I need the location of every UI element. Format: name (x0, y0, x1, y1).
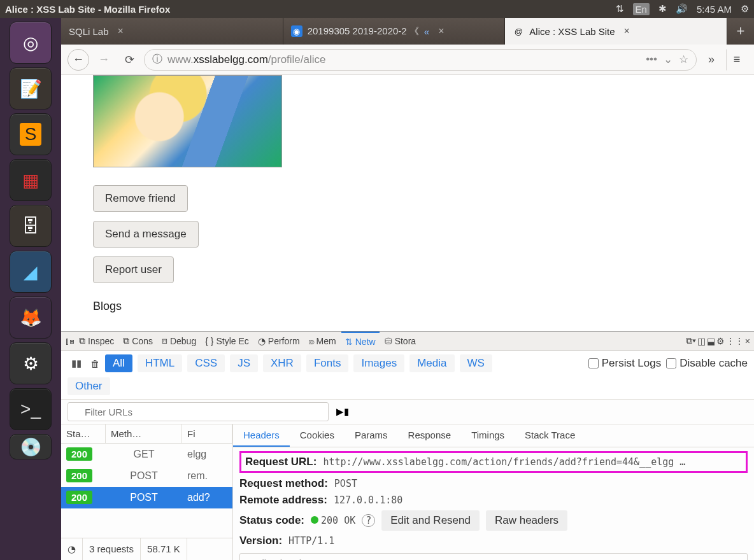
table-row[interactable]: 200 GET elgg (61, 444, 232, 465)
menu-icon[interactable]: ≡ (726, 49, 748, 71)
nav-bar: ← → ⟳ ⓘ www.xsslabelgg.com/profile/alice… (61, 45, 754, 75)
dock-bottom-icon[interactable]: ⬓ (707, 336, 715, 346)
table-row[interactable]: 200 POST rem. (61, 465, 232, 487)
disable-cache-checkbox[interactable]: Disable cache (666, 357, 748, 370)
close-icon[interactable]: × (118, 25, 124, 37)
reload-button[interactable]: ⟳ (118, 49, 140, 71)
transfer-size: 58.71 K (141, 538, 187, 560)
devtools-tab-performance[interactable]: ◔Perform (254, 336, 304, 346)
filter-xhr[interactable]: XHR (263, 354, 301, 372)
detail-tab-response[interactable]: Response (398, 424, 462, 447)
detail-tab-cookies[interactable]: Cookies (290, 424, 345, 447)
devtools-tab-style[interactable]: { }Style Ec (201, 336, 253, 346)
launcher-firefox[interactable]: 🦊 (10, 297, 52, 339)
site-info-icon[interactable]: ⓘ (152, 53, 162, 66)
close-icon[interactable]: × (438, 25, 444, 37)
send-message-button[interactable]: Send a message (93, 221, 199, 248)
tab-label: SQLi Lab (69, 26, 109, 37)
detail-tab-params[interactable]: Params (345, 424, 398, 447)
filter-urls-input[interactable] (68, 402, 329, 421)
dock-side-icon[interactable]: ◫ (697, 336, 706, 346)
clock: 5:45 AM (697, 4, 732, 15)
devtools-tab-debugger[interactable]: ⧈Debug (158, 335, 200, 346)
filter-ws[interactable]: WS (460, 354, 492, 372)
clear-button[interactable]: 🗑 (90, 358, 100, 369)
devtools-tab-console[interactable]: ⧉Cons (119, 335, 157, 346)
more-tools-icon[interactable]: ⋮⋮ (726, 336, 744, 346)
report-user-button[interactable]: Report user (93, 256, 174, 283)
gear-icon[interactable]: ⚙ (741, 3, 749, 15)
more-icon[interactable]: ••• (646, 53, 657, 66)
launcher: ◎ 📝 S ▦ 🗄 ◢ 🦊 ⚙ >_ 💿 (0, 18, 61, 560)
new-tab-button[interactable]: + (727, 18, 754, 45)
volume-icon[interactable]: 🔊 (676, 3, 688, 15)
tab-alice[interactable]: @ Alice : XSS Lab Site × (505, 18, 727, 45)
back-button[interactable]: ← (68, 49, 89, 71)
devtools: ⫿▣ ⧉Inspec ⧉Cons ⧈Debug { }Style Ec ◔Per… (61, 331, 754, 560)
launcher-dash[interactable]: ◎ (10, 22, 52, 64)
launcher-wireshark[interactable]: ◢ (10, 251, 52, 293)
filter-html[interactable]: HTML (138, 354, 182, 372)
profile-avatar[interactable] (93, 75, 282, 167)
pause-button[interactable]: ▮▮ (68, 358, 85, 369)
launcher-settings[interactable]: ⚙ (10, 342, 52, 384)
remove-friend-button[interactable]: Remove friend (93, 185, 188, 212)
filter-headers-input[interactable]: ⌕ Filter headers (239, 553, 748, 560)
filter-fonts[interactable]: Fonts (306, 354, 349, 372)
request-url-highlight: Request URL: http://www.xsslabelgg.com/a… (239, 451, 748, 473)
edit-resend-button[interactable]: Edit and Resend (381, 510, 480, 531)
overflow-icon[interactable]: » (701, 49, 722, 71)
filter-images[interactable]: Images (353, 354, 404, 372)
detail-tab-timings[interactable]: Timings (461, 424, 515, 447)
launcher-terminal[interactable]: >_ (10, 388, 52, 430)
tab-sqli[interactable]: SQLi Lab × (61, 18, 283, 45)
filter-other[interactable]: Other (68, 377, 110, 395)
net-icon: ⇅ (616, 3, 624, 15)
filter-all[interactable]: All (105, 354, 132, 372)
request-count: 3 requests (83, 538, 141, 560)
launcher-sublime[interactable]: S (10, 113, 52, 155)
lang-indicator[interactable]: En (633, 3, 650, 15)
blogs-heading: Blogs (93, 300, 297, 313)
favicon-icon: ◉ (291, 25, 302, 37)
launcher-files[interactable]: 🗄 (10, 205, 52, 247)
perf-icon[interactable]: ◔ (61, 538, 83, 560)
tab-label: Alice : XSS Lab Site (529, 26, 615, 37)
filter-media[interactable]: Media (409, 354, 454, 372)
launcher-terminator[interactable]: ▦ (10, 159, 52, 201)
devtools-tab-storage[interactable]: ⛁Stora (381, 336, 420, 346)
raw-headers-button[interactable]: Raw headers (486, 510, 567, 531)
address-bar[interactable]: ⓘ www.xsslabelgg.com/profile/alice ••• ⌄… (144, 49, 697, 71)
devtools-tab-network[interactable]: ⇅Netw (341, 332, 380, 351)
table-row[interactable]: 200 POST add? (61, 487, 232, 508)
window-title: Alice : XSS Lab Site - Mozilla Firefox (5, 4, 616, 15)
close-icon[interactable]: × (624, 25, 630, 37)
request-url-value: http://www.xsslabelgg.com/action/friends… (323, 456, 685, 468)
detail-tab-headers[interactable]: Headers (233, 424, 290, 447)
help-icon[interactable]: ? (362, 514, 375, 527)
persist-logs-checkbox[interactable]: Persist Logs (588, 357, 662, 370)
close-devtools-icon[interactable]: × (745, 336, 750, 346)
responsive-icon[interactable]: ⧉▾ (686, 335, 696, 346)
inspect-picker-icon[interactable]: ⫿▣ (65, 336, 74, 346)
bookmark-icon[interactable]: ☆ (679, 53, 688, 66)
pocket-icon[interactable]: ⌄ (664, 53, 672, 66)
favicon-icon: @ (513, 25, 524, 37)
har-icon[interactable]: ▶▮ (336, 406, 349, 417)
devtools-tab-memory[interactable]: ⎄Mem (305, 336, 340, 346)
detail-tab-stack[interactable]: Stack Trace (515, 424, 585, 447)
nav-indicator-icon: « (424, 26, 429, 37)
request-table-header: Sta… Meth… Fi (61, 424, 232, 444)
tab-label: 20199305 2019-2020-2 《 (308, 25, 419, 38)
forward-button[interactable]: → (93, 49, 115, 71)
launcher-disc[interactable]: 💿 (10, 434, 52, 459)
filter-css[interactable]: CSS (187, 354, 225, 372)
bluetooth-icon: ✱ (658, 3, 667, 15)
devtools-tab-inspector[interactable]: ⧉Inspec (75, 335, 118, 346)
tab-bar: SQLi Lab × ◉ 20199305 2019-2020-2 《 « × … (61, 18, 754, 45)
settings-icon[interactable]: ⚙ (716, 336, 725, 346)
launcher-editor[interactable]: 📝 (10, 67, 52, 109)
tab-doc[interactable]: ◉ 20199305 2019-2020-2 《 « × (283, 18, 506, 45)
filter-js[interactable]: JS (230, 354, 258, 372)
